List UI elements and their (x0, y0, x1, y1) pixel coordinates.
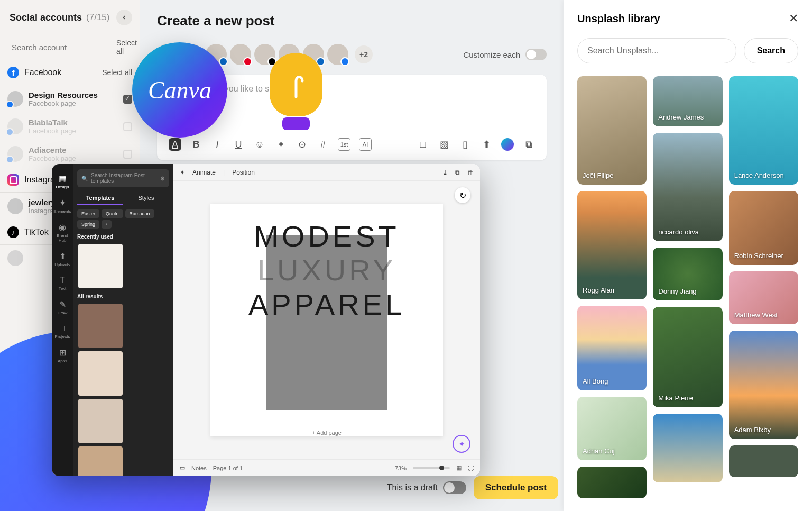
sidebar-search-input[interactable] (12, 43, 112, 52)
unsplash-photo[interactable]: Donny Jiang (653, 248, 722, 300)
canva-rail-brand-hub[interactable]: ◉Brand Hub (53, 219, 71, 246)
more-accounts-badge[interactable]: +2 (355, 45, 373, 63)
unsplash-photo[interactable] (653, 414, 722, 482)
unsplash-photo[interactable]: Adrian Cuj (577, 397, 647, 460)
unsplash-search-input[interactable] (577, 38, 736, 63)
location-button[interactable]: ⊙ (296, 138, 308, 151)
customize-each-toggle[interactable] (525, 49, 547, 60)
canva-chip-more[interactable]: › (102, 220, 112, 229)
canva-editor-window: ▦Design✦Elements◉Brand Hub⬆UploadsTText✎… (52, 164, 480, 476)
emoji-button[interactable]: ☺ (253, 138, 266, 151)
template-thumb[interactable] (78, 399, 123, 443)
sidebar-collapse-button[interactable] (116, 10, 132, 25)
canva-notes[interactable]: Notes (191, 465, 207, 471)
underline-button[interactable]: U (232, 138, 245, 151)
canva-grid-icon[interactable]: ▦ (456, 464, 462, 471)
account-checkbox[interactable] (123, 150, 132, 159)
canva-refresh-button[interactable]: ↻ (455, 187, 470, 203)
magic-button[interactable]: ✦ (274, 138, 287, 151)
unsplash-photo[interactable]: Rogg Alan (577, 191, 647, 299)
canva-page-label: Page 1 of 1 (213, 465, 243, 471)
draft-toggle[interactable] (443, 481, 466, 494)
canva-panel: 🔍Search Instagram Post templates⚙ Templa… (73, 164, 173, 476)
canva-zoom-slider[interactable] (413, 467, 450, 469)
canva-logo-badge: Canva (132, 42, 227, 138)
unsplash-photo[interactable]: All Bong (577, 306, 647, 390)
selected-avatar[interactable] (230, 44, 251, 65)
platform-facebook[interactable]: f Facebook Select all (0, 60, 140, 85)
canva-magic-button[interactable]: ✦ (453, 435, 470, 453)
avatar (7, 250, 23, 266)
template-thumb[interactable] (78, 244, 123, 288)
document-button[interactable]: ▯ (459, 138, 472, 151)
account-item[interactable]: Design ResourcesFacebook page (0, 85, 140, 113)
canva-chip[interactable]: Easter (77, 209, 99, 218)
canva-tab-templates[interactable]: Templates (77, 191, 123, 205)
canva-lock-icon[interactable]: ⤓ (442, 169, 448, 176)
canva-chip[interactable]: Quote (102, 209, 123, 218)
unsplash-photo[interactable]: Robin Schreiner (729, 191, 798, 265)
avatar (7, 118, 23, 134)
canva-position[interactable]: Position (232, 169, 255, 176)
text-color-button[interactable]: A (169, 138, 181, 151)
unsplash-photo[interactable]: Lance Anderson (729, 76, 798, 185)
avatar (7, 91, 23, 107)
unsplash-photo[interactable]: Joël Filipe (577, 76, 647, 185)
tiktok-icon: ♪ (7, 226, 19, 238)
canva-rail: ▦Design✦Elements◉Brand Hub⬆UploadsTText✎… (52, 164, 73, 476)
canva-button[interactable] (501, 138, 514, 151)
canva-add-page[interactable]: + Add page (312, 430, 342, 436)
unsplash-photo[interactable]: riccardo oliva (653, 133, 722, 241)
upload-button[interactable]: ⬆ (480, 138, 493, 151)
image-button[interactable]: ▧ (438, 138, 450, 151)
schedule-post-button[interactable]: Schedule post (474, 476, 558, 499)
template-thumb[interactable] (78, 351, 123, 396)
canva-tab-styles[interactable]: Styles (123, 191, 169, 205)
first-comment-button[interactable]: 1st (338, 138, 350, 151)
account-item[interactable]: BlablaTalkFacebook page (0, 113, 140, 140)
canva-zoom: 73% (395, 465, 407, 471)
instagram-icon (7, 174, 19, 186)
close-button[interactable]: ✕ (789, 12, 798, 25)
unsplash-panel: Unsplash library ✕ Search Joël FilipeRog… (564, 0, 812, 511)
unsplash-photo[interactable] (577, 467, 647, 498)
unsplash-photo[interactable] (729, 445, 798, 477)
canva-trash-icon[interactable]: 🗑 (467, 169, 474, 176)
canva-animate[interactable]: Animate (192, 169, 216, 176)
canva-fullscreen-icon[interactable]: ⛶ (468, 465, 474, 471)
select-all-facebook[interactable]: Select all (102, 68, 132, 77)
unsplash-search-button[interactable]: Search (744, 38, 798, 63)
unsplash-photo[interactable]: Matthew West (729, 271, 798, 324)
unsplash-photo[interactable]: Andrew James (653, 76, 722, 126)
unsplash-photo[interactable]: Adam Bixby (729, 331, 798, 439)
canva-chip[interactable]: Spring (77, 220, 99, 229)
lightbulb-icon (270, 53, 322, 130)
template-thumb[interactable] (78, 304, 123, 348)
canva-rail-design[interactable]: ▦Design (53, 170, 71, 193)
canva-rail-elements[interactable]: ✦Elements (53, 195, 71, 217)
selected-avatar[interactable] (327, 44, 348, 65)
account-checkbox[interactable] (123, 95, 132, 104)
chevron-left-icon (121, 14, 127, 21)
footer: This is a draft Schedule post (159, 476, 558, 499)
bold-button[interactable]: B (190, 138, 202, 151)
template-thumb[interactable] (78, 446, 123, 476)
link-button[interactable]: ⧉ (522, 138, 535, 151)
canva-rail-uploads[interactable]: ⬆Uploads (53, 248, 71, 270)
canva-copy-icon[interactable]: ⧉ (455, 169, 460, 176)
select-all-link[interactable]: Select all (116, 39, 137, 56)
canva-rail-text[interactable]: TText (53, 272, 71, 294)
canva-rail-apps[interactable]: ⊞Apps (53, 344, 71, 367)
toolbar: A B I U ☺ ✦ ⊙ # 1st AI □ ▧ ▯ ⬆ ⧉ (169, 131, 535, 151)
canva-rail-draw[interactable]: ✎Draw (53, 296, 71, 318)
canva-artboard[interactable]: MODEST LUXURY APPAREL (210, 204, 443, 436)
canva-rail-projects[interactable]: □Projects (53, 321, 71, 342)
hashtag-button[interactable]: # (317, 138, 329, 151)
folder-button[interactable]: □ (417, 138, 429, 151)
italic-button[interactable]: I (211, 138, 224, 151)
account-checkbox[interactable] (123, 122, 132, 131)
canva-chip[interactable]: Ramadan (125, 209, 154, 218)
ai-button[interactable]: AI (359, 138, 372, 151)
unsplash-photo[interactable]: Mika Pierre (653, 307, 722, 407)
canva-search[interactable]: 🔍Search Instagram Post templates⚙ (77, 169, 169, 187)
